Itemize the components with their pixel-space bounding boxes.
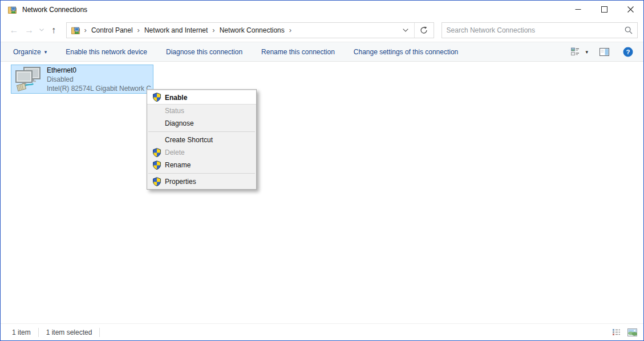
menu-item-enable[interactable]: Enable <box>147 91 256 105</box>
menu-item-label: Delete <box>165 149 185 157</box>
breadcrumb-chevron-icon: › <box>80 26 91 34</box>
recent-locations-chevron-icon <box>37 22 46 38</box>
status-bar: 1 item 1 item selected <box>1 323 643 340</box>
item-count: 1 item <box>12 328 31 336</box>
thumbnail-view-icon <box>627 328 637 336</box>
connection-item-ethernet0[interactable]: Ethernet0 Disabled Intel(R) 82574L Gigab… <box>11 65 153 94</box>
uac-shield-icon <box>152 177 161 186</box>
breadcrumb-control-panel[interactable]: Control Panel <box>91 26 133 35</box>
chevron-down-icon <box>403 29 408 32</box>
network-connections-window: Network Connections ← → ↑ › Control Pane… <box>0 0 644 341</box>
menu-item-label: Status <box>165 107 184 115</box>
menu-item-label: Create Shortcut <box>165 136 213 144</box>
minimize-button[interactable] <box>565 1 591 18</box>
address-bar[interactable]: › Control Panel › Network and Internet ›… <box>66 22 434 38</box>
navigation-bar: ← → ↑ › Control Panel › Network and Inte… <box>1 18 643 42</box>
connection-status: Disabled <box>47 75 153 84</box>
breadcrumb-chevron-icon: › <box>133 26 144 34</box>
breadcrumb-network-and-internet[interactable]: Network and Internet <box>144 26 208 35</box>
maximize-icon <box>601 6 607 13</box>
maximize-button[interactable] <box>591 1 617 18</box>
menu-item-label: Rename <box>165 161 191 169</box>
search-icon[interactable] <box>620 26 637 34</box>
connection-text: Ethernet0 Disabled Intel(R) 82574L Gigab… <box>47 66 153 93</box>
preview-pane-button[interactable] <box>597 45 611 59</box>
menu-item-label: Enable <box>165 94 187 102</box>
help-icon: ? <box>623 47 633 57</box>
menu-item-label: Properties <box>165 178 196 186</box>
breadcrumb-network-connections[interactable]: Network Connections <box>219 26 285 35</box>
menu-separator <box>148 131 255 132</box>
details-view-button[interactable] <box>609 326 623 339</box>
command-bar-right: ▾ ? <box>569 45 635 59</box>
uac-shield-icon <box>152 148 161 157</box>
network-connections-app-icon <box>7 5 17 14</box>
context-menu: Enable Status Diagnose Create Shortcut D… <box>147 89 257 190</box>
command-label: Change settings of this connection <box>354 48 458 56</box>
address-dropdown-button[interactable] <box>397 23 414 38</box>
menu-separator <box>148 173 255 174</box>
statusbar-divider <box>99 328 100 337</box>
change-view-button[interactable]: ▾ <box>569 45 590 59</box>
forward-button: → <box>22 22 37 38</box>
menu-item-diagnose[interactable]: Diagnose <box>147 117 256 130</box>
preview-pane-icon <box>600 48 609 56</box>
statusbar-divider <box>38 328 39 337</box>
back-button: ← <box>6 22 22 38</box>
uac-shield-icon <box>152 93 161 102</box>
uac-shield-icon <box>152 161 161 170</box>
close-button[interactable] <box>617 1 643 18</box>
search-input[interactable] <box>442 26 620 34</box>
diagnose-connection-command[interactable]: Diagnose this connection <box>166 48 242 56</box>
menu-item-delete: Delete <box>147 146 256 159</box>
menu-item-create-shortcut[interactable]: Create Shortcut <box>147 134 256 146</box>
organize-label: Organize <box>13 48 41 56</box>
connection-device: Intel(R) 82574L Gigabit Network C... <box>47 84 153 93</box>
menu-item-rename[interactable]: Rename <box>147 159 256 171</box>
search-box[interactable] <box>442 22 638 38</box>
breadcrumb-location-icon <box>71 26 80 35</box>
minimize-icon <box>575 6 581 13</box>
chevron-down-icon: ▾ <box>585 49 588 55</box>
menu-item-properties[interactable]: Properties <box>147 175 256 188</box>
command-bar: Organize ▾ Enable this network device Di… <box>1 42 643 62</box>
command-label: Enable this network device <box>66 48 147 56</box>
details-view-icon <box>612 328 621 336</box>
large-icons-view-button[interactable] <box>625 326 639 339</box>
menu-item-label: Diagnose <box>165 119 194 127</box>
up-button[interactable]: ↑ <box>46 22 62 38</box>
refresh-icon <box>420 26 428 34</box>
connection-name: Ethernet0 <box>47 66 153 75</box>
selection-count: 1 item selected <box>46 328 92 336</box>
rename-connection-command[interactable]: Rename this connection <box>261 48 335 56</box>
views-icon <box>571 47 581 56</box>
command-label: Diagnose this connection <box>166 48 242 56</box>
network-adapter-disabled-icon <box>14 67 42 92</box>
change-settings-command[interactable]: Change settings of this connection <box>354 48 458 56</box>
items-view[interactable] <box>1 62 643 323</box>
title-bar: Network Connections <box>1 1 643 18</box>
breadcrumb-chevron-icon: › <box>208 26 218 34</box>
enable-device-command[interactable]: Enable this network device <box>66 48 147 56</box>
svg-text:?: ? <box>626 49 630 55</box>
chevron-down-icon: ▾ <box>44 49 47 55</box>
refresh-button[interactable] <box>415 23 434 38</box>
help-button[interactable]: ? <box>621 45 635 59</box>
statusbar-view-toggles <box>607 326 639 339</box>
close-icon <box>627 6 634 13</box>
organize-button[interactable]: Organize ▾ <box>13 48 47 56</box>
window-title: Network Connections <box>22 6 87 14</box>
command-label: Rename this connection <box>261 48 335 56</box>
menu-item-status: Status <box>147 105 256 117</box>
breadcrumb-chevron-icon: › <box>285 26 295 34</box>
